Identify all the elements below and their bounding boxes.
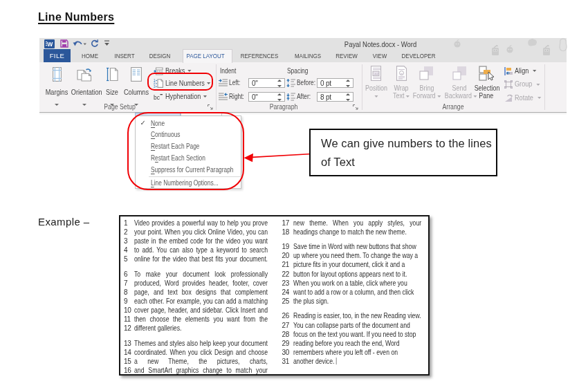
- page-title: Line Numbers: [38, 11, 114, 24]
- group-label-arrange: Arrange: [443, 103, 464, 111]
- example-label: Example –: [38, 216, 89, 228]
- button-selection-pane[interactable]: SelectionPane: [470, 66, 504, 100]
- save-icon[interactable]: [60, 39, 68, 48]
- spacing-after-input[interactable]: 8 pt: [317, 92, 353, 102]
- tab-developer[interactable]: DEVELOPER: [402, 49, 436, 62]
- line-text: want to add a row or a column, and then …: [293, 288, 421, 297]
- button-label: Rotate: [515, 93, 535, 102]
- watermark-apple-icon: [506, 45, 514, 53]
- line-text: picture fits in your document, click it …: [293, 260, 421, 269]
- button-label-wrap: Align: [515, 65, 537, 76]
- line-text: cover page, header, and sidebar. Click I…: [134, 306, 268, 315]
- tab-mailings[interactable]: MAILINGS: [295, 49, 321, 62]
- tab-references[interactable]: REFERENCES: [240, 49, 278, 62]
- line-number: 2: [124, 228, 134, 237]
- button-label-wrap: Group: [515, 78, 540, 89]
- line-text: remembers where you left off - even on: [293, 348, 421, 357]
- button-label: Columns: [123, 88, 149, 96]
- dropdown-caret-icon: [374, 91, 378, 100]
- spinner-arrows-icon[interactable]: [277, 93, 283, 101]
- hyphenation-icon: bc: [154, 93, 163, 101]
- page-setup-dialog-launcher-icon[interactable]: [208, 104, 213, 110]
- redo-icon[interactable]: [90, 39, 99, 48]
- button-group[interactable]: Group: [504, 78, 544, 89]
- button-align[interactable]: Align: [504, 65, 540, 76]
- red-highlight-rect: [147, 73, 213, 91]
- callout-box: We can give numbers to the lines of Text: [309, 129, 497, 176]
- indent-right-label: Right:: [229, 92, 244, 100]
- line-number: 5: [124, 255, 134, 264]
- button-hyphenation[interactable]: bcHyphenation: [154, 90, 213, 102]
- button-orientation[interactable]: Orientation: [69, 67, 100, 111]
- line-number: 26: [279, 311, 289, 320]
- tab-insert[interactable]: INSERT: [114, 49, 134, 62]
- group-separator: [544, 64, 545, 110]
- line-text: paste in the embed code for the video yo…: [134, 237, 268, 246]
- line-text: To make your document look professionall…: [134, 270, 268, 279]
- line-text: You can collapse parts of the document a…: [293, 321, 421, 330]
- line-text: the plus sign.: [293, 297, 421, 306]
- dropdown-caret-icon: [535, 93, 541, 102]
- line-number: 14: [124, 348, 134, 357]
- render-layer: Line Numbers W: [0, 0, 588, 388]
- line-text: then choose the elements you want from t…: [134, 315, 268, 324]
- line-text: a new Theme, the pictures, charts,: [134, 357, 268, 366]
- tab-review[interactable]: REVIEW: [336, 49, 357, 62]
- tab-view[interactable]: VIEW: [373, 49, 387, 62]
- button-label: Hyphenation: [165, 92, 201, 100]
- indent-label: Indent: [220, 66, 236, 75]
- field-value: 0": [252, 80, 258, 87]
- line-text: each other. For example, you can add a m…: [134, 297, 268, 306]
- undo-icon[interactable]: [73, 39, 86, 48]
- spinner-arrows-icon[interactable]: [277, 79, 283, 87]
- button-label: Orientation: [71, 88, 98, 96]
- line-number: 17: [279, 219, 289, 228]
- field-value: 0": [252, 93, 258, 101]
- line-number: 7: [124, 279, 134, 288]
- field-value: 8 pt: [320, 93, 331, 101]
- qat-customize-icon[interactable]: [104, 40, 110, 46]
- spacing-after-label: After:: [297, 92, 311, 100]
- margins-icon: [42, 67, 72, 82]
- line-number: 30: [279, 348, 289, 357]
- line-number: 1: [124, 219, 134, 228]
- button-rotate[interactable]: Rotate: [504, 92, 545, 103]
- line-number: 10: [124, 306, 134, 315]
- button-label: Forward: [412, 92, 442, 100]
- line-text: online for the video that best fits your…: [134, 255, 268, 264]
- button-bring-forward[interactable]: BringForward: [410, 66, 444, 100]
- paragraph-dialog-launcher-icon[interactable]: [353, 104, 358, 110]
- tab-file[interactable]: FILE: [44, 49, 71, 62]
- word-app-icon: W: [44, 39, 55, 48]
- button-margins[interactable]: Margins: [42, 67, 72, 111]
- tab-design[interactable]: DESIGN: [149, 49, 170, 62]
- dropdown-caret-icon: [201, 92, 207, 100]
- line-text: and SmartArt graphics change to match yo…: [134, 366, 268, 375]
- button-label: Group: [515, 80, 534, 88]
- bring-forward-icon: [410, 66, 444, 81]
- line-text: different galleries.: [134, 324, 268, 333]
- spacing-before-input[interactable]: 0 pt: [317, 78, 353, 88]
- indent-right-input[interactable]: 0": [248, 92, 285, 102]
- group-label-page-setup: Page Setup: [104, 103, 135, 111]
- watermark-pear-icon: [559, 38, 567, 52]
- line-number: 4: [124, 246, 134, 255]
- line-text: another device.: [293, 357, 421, 366]
- indent-left-input[interactable]: 0": [248, 78, 285, 88]
- line-number: 31: [279, 357, 289, 366]
- tab-home[interactable]: HOME: [82, 49, 98, 62]
- dropdown-caret-icon: [534, 80, 540, 88]
- line-text: Themes and styles also help keep your do…: [134, 339, 268, 348]
- group-separator: [216, 64, 217, 110]
- dropdown-caret-icon: [437, 91, 441, 100]
- line-number: 15: [124, 357, 134, 366]
- button-label-wrap: Rotate: [515, 92, 541, 103]
- selection-pane-icon: [470, 66, 504, 81]
- spinner-arrows-icon[interactable]: [346, 93, 351, 101]
- spinner-arrows-icon[interactable]: [346, 79, 351, 87]
- tab-page-layout[interactable]: PAGE LAYOUT: [186, 49, 224, 62]
- spacing-after-icon: [286, 93, 295, 101]
- align-icon: [504, 67, 513, 75]
- line-text: new theme. When you apply styles, your: [293, 219, 421, 228]
- line-number: 8: [124, 288, 134, 297]
